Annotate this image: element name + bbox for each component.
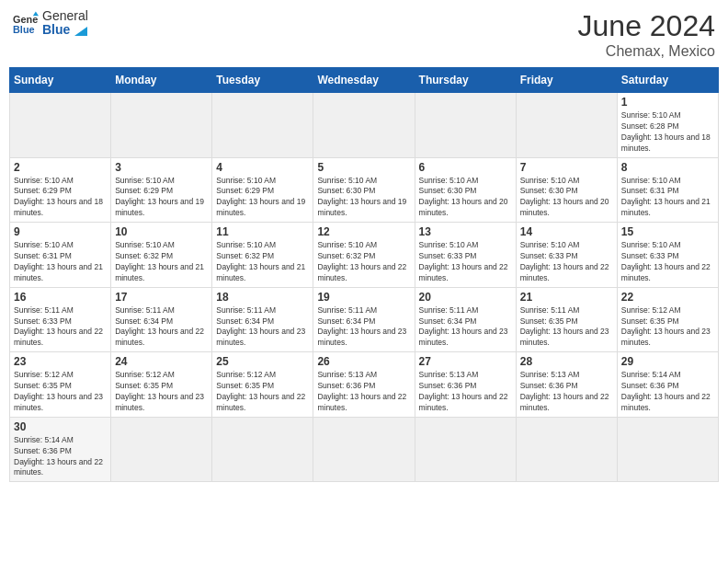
calendar-day-cell: 1Sunrise: 5:10 AMSunset: 6:28 PMDaylight… — [617, 93, 718, 158]
calendar-day-cell: 28Sunrise: 5:13 AMSunset: 6:36 PMDayligh… — [516, 352, 617, 418]
day-of-week-header: Wednesday — [313, 68, 415, 93]
day-of-week-header: Tuesday — [212, 68, 313, 93]
day-number: 10 — [115, 225, 208, 238]
day-number: 13 — [419, 225, 512, 238]
day-of-week-header: Monday — [111, 68, 212, 93]
calendar-week-row: 2Sunrise: 5:10 AMSunset: 6:29 PMDaylight… — [10, 157, 719, 223]
calendar-day-cell — [10, 93, 111, 158]
calendar-day-cell: 16Sunrise: 5:11 AMSunset: 6:33 PMDayligh… — [10, 287, 111, 352]
day-info: Sunrise: 5:11 AMSunset: 6:34 PMDaylight:… — [216, 305, 309, 350]
day-number: 29 — [621, 355, 714, 368]
day-info: Sunrise: 5:11 AMSunset: 6:34 PMDaylight:… — [317, 305, 410, 350]
calendar-day-cell: 19Sunrise: 5:11 AMSunset: 6:34 PMDayligh… — [313, 287, 415, 352]
calendar-day-cell: 4Sunrise: 5:10 AMSunset: 6:29 PMDaylight… — [212, 157, 313, 223]
day-info: Sunrise: 5:13 AMSunset: 6:36 PMDaylight:… — [317, 370, 410, 414]
day-info: Sunrise: 5:11 AMSunset: 6:34 PMDaylight:… — [419, 305, 512, 350]
day-info: Sunrise: 5:10 AMSunset: 6:30 PMDaylight:… — [520, 176, 613, 220]
calendar-day-cell: 6Sunrise: 5:10 AMSunset: 6:30 PMDaylight… — [415, 157, 516, 223]
svg-marker-3 — [74, 27, 87, 36]
day-number: 12 — [317, 225, 410, 238]
calendar-week-row: 16Sunrise: 5:11 AMSunset: 6:33 PMDayligh… — [10, 287, 719, 352]
day-number: 2 — [14, 161, 107, 174]
day-number: 23 — [14, 355, 107, 368]
calendar-day-cell — [415, 93, 516, 158]
day-number: 24 — [115, 355, 208, 368]
calendar-day-cell: 12Sunrise: 5:10 AMSunset: 6:32 PMDayligh… — [313, 223, 415, 288]
calendar-day-cell — [617, 417, 718, 482]
day-info: Sunrise: 5:10 AMSunset: 6:31 PMDaylight:… — [14, 240, 107, 284]
day-number: 7 — [520, 161, 613, 174]
logo-blue: Blue — [42, 23, 88, 37]
day-info: Sunrise: 5:10 AMSunset: 6:32 PMDaylight:… — [115, 240, 208, 284]
day-of-week-header: Sunday — [10, 68, 111, 93]
day-number: 20 — [419, 291, 512, 304]
calendar-day-cell — [313, 417, 415, 482]
day-info: Sunrise: 5:10 AMSunset: 6:29 PMDaylight:… — [115, 176, 208, 220]
day-number: 4 — [216, 161, 309, 174]
calendar-day-cell: 2Sunrise: 5:10 AMSunset: 6:29 PMDaylight… — [10, 157, 111, 223]
day-number: 28 — [520, 355, 613, 368]
calendar-day-cell — [516, 417, 617, 482]
day-info: Sunrise: 5:12 AMSunset: 6:35 PMDaylight:… — [621, 305, 714, 350]
calendar-day-cell: 8Sunrise: 5:10 AMSunset: 6:31 PMDaylight… — [617, 157, 718, 223]
day-number: 11 — [216, 225, 309, 238]
calendar-day-cell: 23Sunrise: 5:12 AMSunset: 6:35 PMDayligh… — [10, 352, 111, 418]
day-number: 22 — [621, 291, 714, 304]
day-number: 27 — [419, 355, 512, 368]
day-info: Sunrise: 5:10 AMSunset: 6:33 PMDaylight:… — [621, 240, 714, 284]
calendar-day-cell — [313, 93, 415, 158]
day-info: Sunrise: 5:11 AMSunset: 6:35 PMDaylight:… — [520, 305, 613, 350]
location-title: Chemax, Mexico — [578, 43, 715, 60]
day-number: 3 — [115, 161, 208, 174]
calendar-body: 1Sunrise: 5:10 AMSunset: 6:28 PMDaylight… — [10, 93, 719, 482]
day-info: Sunrise: 5:10 AMSunset: 6:33 PMDaylight:… — [520, 240, 613, 284]
calendar-day-cell: 22Sunrise: 5:12 AMSunset: 6:35 PMDayligh… — [617, 287, 718, 352]
day-info: Sunrise: 5:12 AMSunset: 6:35 PMDaylight:… — [115, 370, 208, 414]
day-number: 19 — [317, 291, 410, 304]
calendar-day-cell — [212, 93, 313, 158]
day-number: 1 — [621, 96, 714, 109]
logo-triangle — [74, 27, 87, 36]
calendar-day-cell: 5Sunrise: 5:10 AMSunset: 6:30 PMDaylight… — [313, 157, 415, 223]
calendar-week-row: 1Sunrise: 5:10 AMSunset: 6:28 PMDaylight… — [10, 93, 719, 158]
day-number: 5 — [317, 161, 410, 174]
day-info: Sunrise: 5:14 AMSunset: 6:36 PMDaylight:… — [621, 370, 714, 414]
day-number: 25 — [216, 355, 309, 368]
calendar-day-cell: 14Sunrise: 5:10 AMSunset: 6:33 PMDayligh… — [516, 223, 617, 288]
calendar-day-cell: 24Sunrise: 5:12 AMSunset: 6:35 PMDayligh… — [111, 352, 212, 418]
day-info: Sunrise: 5:10 AMSunset: 6:32 PMDaylight:… — [216, 240, 309, 284]
calendar-day-cell: 25Sunrise: 5:12 AMSunset: 6:35 PMDayligh… — [212, 352, 313, 418]
calendar-day-cell: 3Sunrise: 5:10 AMSunset: 6:29 PMDaylight… — [111, 157, 212, 223]
svg-text:Blue: Blue — [13, 24, 35, 35]
day-info: Sunrise: 5:10 AMSunset: 6:30 PMDaylight:… — [317, 176, 410, 220]
day-of-week-header: Saturday — [617, 68, 718, 93]
month-title: June 2024 — [578, 9, 715, 43]
header: General Blue General Blue June 2024 Chem… — [9, 9, 719, 60]
day-info: Sunrise: 5:10 AMSunset: 6:30 PMDaylight:… — [419, 176, 512, 220]
day-info: Sunrise: 5:10 AMSunset: 6:31 PMDaylight:… — [621, 176, 714, 220]
calendar-day-cell: 15Sunrise: 5:10 AMSunset: 6:33 PMDayligh… — [617, 223, 718, 288]
day-number: 16 — [14, 291, 107, 304]
calendar-day-cell: 10Sunrise: 5:10 AMSunset: 6:32 PMDayligh… — [111, 223, 212, 288]
calendar-day-cell: 30Sunrise: 5:14 AMSunset: 6:36 PMDayligh… — [10, 417, 111, 482]
calendar-day-cell — [212, 417, 313, 482]
calendar-day-cell — [111, 417, 212, 482]
logo-icon: General Blue — [13, 10, 39, 36]
day-info: Sunrise: 5:12 AMSunset: 6:35 PMDaylight:… — [14, 370, 107, 414]
day-info: Sunrise: 5:10 AMSunset: 6:32 PMDaylight:… — [317, 240, 410, 284]
calendar-day-cell: 18Sunrise: 5:11 AMSunset: 6:34 PMDayligh… — [212, 287, 313, 352]
calendar-day-cell: 20Sunrise: 5:11 AMSunset: 6:34 PMDayligh… — [415, 287, 516, 352]
day-info: Sunrise: 5:11 AMSunset: 6:34 PMDaylight:… — [115, 305, 208, 350]
day-info: Sunrise: 5:12 AMSunset: 6:35 PMDaylight:… — [216, 370, 309, 414]
calendar-week-row: 9Sunrise: 5:10 AMSunset: 6:31 PMDaylight… — [10, 223, 719, 288]
calendar-day-cell: 11Sunrise: 5:10 AMSunset: 6:32 PMDayligh… — [212, 223, 313, 288]
calendar-day-cell — [415, 417, 516, 482]
calendar-day-cell: 29Sunrise: 5:14 AMSunset: 6:36 PMDayligh… — [617, 352, 718, 418]
header-row: SundayMondayTuesdayWednesdayThursdayFrid… — [10, 68, 719, 93]
day-number: 6 — [419, 161, 512, 174]
day-of-week-header: Thursday — [415, 68, 516, 93]
day-number: 9 — [14, 225, 107, 238]
day-number: 26 — [317, 355, 410, 368]
calendar-day-cell: 13Sunrise: 5:10 AMSunset: 6:33 PMDayligh… — [415, 223, 516, 288]
calendar-day-cell: 27Sunrise: 5:13 AMSunset: 6:36 PMDayligh… — [415, 352, 516, 418]
